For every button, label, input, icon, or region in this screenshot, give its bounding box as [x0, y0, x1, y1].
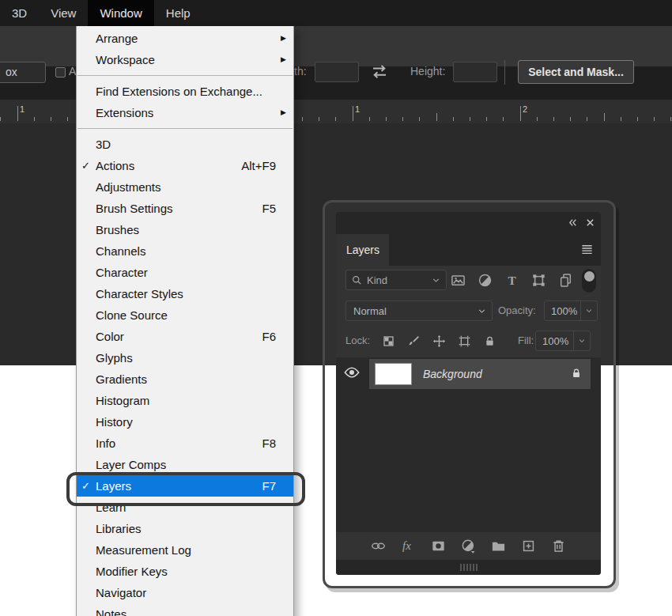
menubar-item-help[interactable]: Help	[154, 0, 202, 26]
menubar-item-3d[interactable]: 3D	[0, 0, 39, 26]
ruler-tick	[67, 117, 68, 121]
submenu-arrow-icon: ▶	[281, 28, 286, 49]
resize-grip[interactable]	[460, 564, 478, 571]
panel-tab-bar: Layers	[336, 234, 601, 266]
menu-item-3d[interactable]: 3D	[77, 134, 293, 155]
layer-mask-icon	[431, 539, 446, 554]
layer-mask-button[interactable]	[431, 539, 450, 554]
close-panel-button[interactable]	[584, 217, 596, 229]
link-layers-button[interactable]	[371, 539, 390, 554]
menu-item-actions[interactable]: ✓ActionsAlt+F9	[77, 155, 293, 176]
menu-item-libraries[interactable]: Libraries	[77, 518, 293, 539]
layer-list: Background	[336, 357, 601, 531]
layer-thumbnail[interactable]	[376, 364, 411, 384]
lock-artboard-button[interactable]	[458, 334, 475, 348]
smart-object-filter-button[interactable]	[558, 273, 576, 288]
new-layer-icon	[521, 539, 536, 554]
opacity-dropdown[interactable]: 100%	[544, 300, 598, 321]
layers-tab-label: Layers	[346, 244, 379, 256]
pixel-filter-button[interactable]	[451, 273, 468, 288]
type-filter-icon: T	[504, 273, 519, 288]
search-icon	[351, 274, 363, 286]
tool-option-text: ox	[6, 66, 17, 78]
menu-item-workspace[interactable]: Workspace▶	[77, 49, 293, 70]
menu-item-label: Character	[96, 266, 148, 279]
ruler-tick	[587, 117, 587, 121]
menu-item-find-extensions-on-exchange[interactable]: Find Extensions on Exchange...	[77, 81, 293, 102]
layer-row-background[interactable]: Background	[369, 359, 591, 389]
ruler-tick	[51, 117, 51, 121]
height-input[interactable]	[453, 62, 497, 82]
tab-layers[interactable]: Layers	[336, 234, 389, 266]
filter-toggle-switch[interactable]	[582, 269, 596, 293]
width-label-partial: th:	[294, 65, 307, 77]
panel-title-bar	[336, 212, 601, 234]
tool-option-box-partial[interactable]: ox	[0, 62, 46, 83]
layer-visibility-toggle[interactable]	[344, 365, 360, 380]
new-group-button[interactable]	[491, 539, 510, 554]
width-input[interactable]	[315, 62, 359, 82]
eye-icon	[344, 365, 360, 380]
menu-separator	[77, 128, 293, 129]
menu-item-shortcut: F5	[262, 198, 276, 219]
photoshop-window: 112 3DViewWindowHelp ox A th: Height: Se…	[0, 0, 672, 616]
ruler-tick	[0, 117, 1, 121]
menubar-item-window[interactable]: Window	[88, 0, 153, 26]
menu-item-label: Actions	[96, 159, 134, 172]
menubar-item-view[interactable]: View	[39, 0, 88, 26]
menu-item-measurement-log[interactable]: Measurement Log	[77, 539, 293, 561]
swap-dimensions-button[interactable]	[370, 62, 389, 81]
ruler-label: 2	[523, 104, 527, 114]
lock-buttons	[382, 331, 500, 351]
menu-item-navigator[interactable]: Navigator	[77, 582, 293, 603]
menu-item-character-styles[interactable]: Character Styles	[77, 283, 293, 304]
menu-item-glyphs[interactable]: Glyphs	[77, 347, 293, 368]
menu-item-clone-source[interactable]: Clone Source	[77, 304, 293, 326]
lock-pixels-button[interactable]	[407, 334, 425, 348]
menu-item-arrange[interactable]: Arrange▶	[77, 28, 293, 49]
adjustment-filter-icon	[478, 273, 493, 288]
menu-item-shortcut: F6	[262, 326, 276, 347]
menu-item-character[interactable]: Character	[77, 262, 293, 283]
blend-mode-dropdown[interactable]: Normal	[345, 300, 493, 321]
menu-item-histogram[interactable]: Histogram	[77, 390, 293, 411]
ruler-tick	[470, 117, 470, 121]
menu-item-channels[interactable]: Channels	[77, 240, 293, 262]
menu-item-modifier-keys[interactable]: Modifier Keys	[77, 561, 293, 582]
menu-item-history[interactable]: History	[77, 411, 293, 433]
collapse-panel-button[interactable]	[567, 217, 579, 229]
select-and-mask-button[interactable]: Select and Mask...	[518, 60, 634, 84]
lock-transparent-button[interactable]	[382, 334, 399, 348]
menu-item-brush-settings[interactable]: Brush SettingsF5	[77, 198, 293, 219]
new-group-icon	[491, 539, 506, 554]
shape-filter-button[interactable]	[531, 273, 549, 288]
menu-item-color[interactable]: ColorF6	[77, 326, 293, 347]
ruler-tick	[17, 106, 18, 121]
fill-dropdown[interactable]: 100%	[535, 331, 591, 351]
menu-item-gradients[interactable]: Gradients	[77, 368, 293, 390]
menu-item-label: Brushes	[96, 223, 139, 236]
lock-position-button[interactable]	[432, 334, 450, 348]
type-filter-button[interactable]: T	[504, 273, 522, 288]
layer-effects-button[interactable]: fx	[401, 539, 420, 554]
lock-artboard-icon	[458, 334, 471, 348]
new-adjustment-layer-icon	[461, 539, 476, 554]
menu-item-notes[interactable]: Notes	[77, 603, 293, 616]
menu-item-info[interactable]: InfoF8	[77, 433, 293, 454]
lock-all-button[interactable]	[483, 334, 500, 348]
menu-item-adjustments[interactable]: Adjustments	[77, 176, 293, 198]
new-layer-button[interactable]	[521, 539, 540, 554]
delete-layer-button[interactable]	[551, 539, 570, 554]
adjustment-filter-button[interactable]	[478, 273, 495, 288]
menu-item-brushes[interactable]: Brushes	[77, 219, 293, 240]
ruler-tick	[604, 113, 605, 121]
anti-alias-checkbox[interactable]	[55, 67, 66, 77]
filter-kind-dropdown[interactable]: Kind	[345, 270, 447, 290]
menu-item-extensions[interactable]: Extensions▶	[77, 102, 293, 123]
new-adjustment-layer-button[interactable]	[461, 539, 480, 554]
swap-icon	[370, 62, 389, 81]
panel-menu-icon	[580, 243, 594, 256]
chevron-down-icon	[584, 306, 594, 316]
ruler-tick	[637, 117, 638, 121]
panel-menu-button[interactable]	[580, 243, 594, 256]
